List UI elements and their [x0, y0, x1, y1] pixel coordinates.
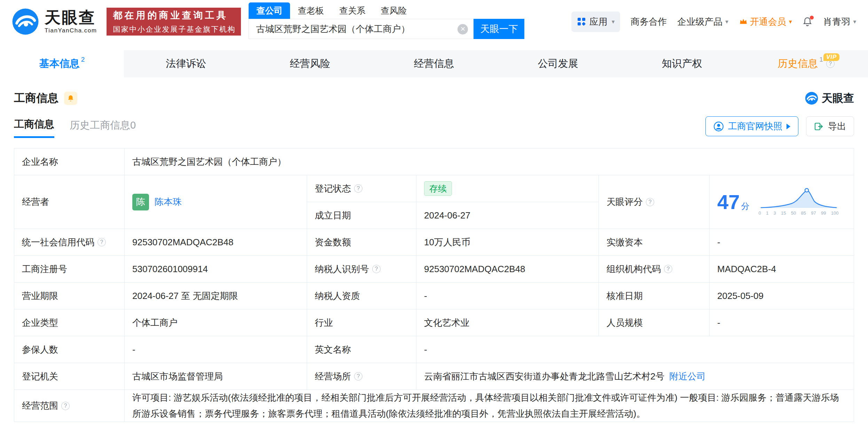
- label-capital: 资金数额: [307, 229, 416, 256]
- label-business-place: 经营场所 ?: [307, 363, 416, 390]
- tab-legal-proceedings[interactable]: 法律诉讼: [124, 50, 248, 77]
- crown-icon: [739, 17, 748, 26]
- value-capital: 10万人民币: [416, 229, 599, 256]
- logo-text: 天眼查 TianYanCha.com: [45, 9, 97, 34]
- subtab-business-info[interactable]: 工商信息: [14, 117, 54, 138]
- label-company-type: 企业类型: [14, 309, 125, 336]
- table-row: 参保人数 - 英文名称 -: [14, 336, 854, 363]
- chevron-down-icon: ▾: [725, 18, 728, 25]
- export-button[interactable]: 导出: [806, 116, 854, 136]
- tab-history-info[interactable]: VIP 历史信息 1 ?: [744, 50, 868, 77]
- label-staff-size: 人员规模: [599, 309, 710, 336]
- value-staff-size: -: [710, 309, 854, 336]
- label-taxpayer-quality: 纳税人资质: [307, 283, 416, 309]
- tab-basic-info[interactable]: 基本信息 2: [0, 50, 124, 77]
- vip-upgrade-link[interactable]: 开通会员 ▾: [739, 16, 792, 28]
- help-icon[interactable]: ?: [61, 402, 70, 410]
- vip-upgrade-label: 开通会员: [750, 16, 786, 28]
- tianyan-score: 47分: [717, 190, 750, 214]
- export-label: 导出: [828, 120, 846, 132]
- apps-menu[interactable]: 应用 ▾: [571, 11, 620, 32]
- value-org-code: MADQAC2B-4: [710, 256, 854, 283]
- search-input[interactable]: [249, 19, 474, 39]
- logo-text-cn: 天眼查: [45, 9, 97, 26]
- table-row: 工商注册号 530702601009914 纳税人识别号 ? 92530702M…: [14, 256, 854, 283]
- tab-intellectual-property[interactable]: 知识产权: [620, 50, 744, 77]
- table-row: 经营范围 ? 许可项目: 游艺娱乐活动(依法须经批准的项目，经相关部门批准后方可…: [14, 390, 854, 422]
- label-company-name: 企业名称: [14, 148, 125, 175]
- search-input-wrap: ×: [249, 19, 474, 39]
- notification-dot: [810, 16, 814, 20]
- help-icon[interactable]: ?: [354, 184, 362, 193]
- value-company-name: 古城区荒野之国艺术园（个体工商户）: [125, 148, 854, 175]
- value-operator: 陈 陈本珠: [125, 175, 307, 229]
- label-tianyan-score: 天眼评分 ?: [599, 175, 710, 229]
- play-arrow-icon: [787, 124, 790, 129]
- search-tab-boss[interactable]: 查老板: [290, 2, 331, 19]
- apps-grid-icon: [577, 17, 586, 26]
- label-establish-date: 成立日期: [307, 202, 416, 229]
- value-business-term: 2024-06-27 至 无固定期限: [125, 283, 307, 309]
- label-registration-authority: 登记机关: [14, 363, 125, 390]
- help-icon[interactable]: ?: [354, 372, 362, 380]
- tianyancha-logo-icon: [12, 8, 39, 35]
- help-icon[interactable]: ?: [372, 265, 381, 273]
- tianyancha-logo[interactable]: 天眼查 TianYanCha.com: [12, 8, 97, 35]
- enterprise-products-menu[interactable]: 企业级产品 ▾: [677, 16, 728, 28]
- operator-avatar: 陈: [132, 194, 149, 210]
- label-operator: 经营者: [14, 175, 125, 229]
- value-registration-authority: 古城区市场监督管理局: [125, 363, 307, 390]
- tab-company-development[interactable]: 公司发展: [496, 50, 620, 77]
- tab-operating-risk[interactable]: 经营风险: [248, 50, 372, 77]
- label-credit-code: 统一社会信用代码 ?: [14, 229, 125, 256]
- value-taxpayer-quality: -: [416, 283, 599, 309]
- label-business-term: 营业期限: [14, 283, 125, 309]
- label-registration-status: 登记状态 ?: [307, 175, 416, 202]
- username: 肖青羽: [823, 16, 850, 28]
- notification-bell-icon[interactable]: [802, 16, 813, 27]
- tab-history-info-count: 1: [819, 56, 823, 63]
- nearby-companies-link[interactable]: 附近公司: [669, 370, 705, 383]
- tab-operating-info[interactable]: 经营信息: [372, 50, 496, 77]
- tab-history-info-label: 历史信息: [777, 57, 818, 71]
- chevron-down-icon: ▾: [789, 18, 792, 25]
- official-snapshot-button[interactable]: 工商官网快照: [705, 116, 798, 136]
- table-row: 企业类型 个体工商户 行业 文化艺术业 人员规模 -: [14, 309, 854, 336]
- table-row: 营业期限 2024-06-27 至 无固定期限 纳税人资质 - 核准日期 202…: [14, 283, 854, 309]
- value-registration-number: 530702601009914: [125, 256, 307, 283]
- value-paid-capital: -: [710, 229, 854, 256]
- business-info-section-header: 工商信息 天眼查: [14, 91, 854, 106]
- search-button[interactable]: 天眼一下: [474, 19, 524, 39]
- value-tianyan-score: 47分 0131550859799100: [710, 175, 854, 229]
- help-icon[interactable]: ?: [646, 198, 654, 206]
- search-tab-risk[interactable]: 查风险: [373, 2, 414, 19]
- help-icon[interactable]: ?: [664, 265, 672, 273]
- label-insured-count: 参保人数: [14, 336, 125, 363]
- export-icon: [814, 122, 824, 131]
- label-industry: 行业: [307, 309, 416, 336]
- subtab-actions: 工商官网快照 导出: [705, 116, 854, 139]
- operator-name-link[interactable]: 陈本珠: [155, 196, 182, 208]
- value-industry: 文化艺术业: [416, 309, 599, 336]
- search-tab-relation[interactable]: 查关系: [331, 2, 373, 19]
- subscribe-bell-icon[interactable]: [64, 92, 77, 105]
- promo-banner: 都在用的商业查询工具 国家中小企业发展子基金旗下机构: [107, 8, 241, 36]
- help-icon[interactable]: ?: [97, 238, 106, 246]
- search-tabs: 查公司 查老板 查关系 查风险: [249, 4, 524, 19]
- value-credit-code: 92530702MADQAC2B48: [125, 229, 307, 256]
- promo-line2: 国家中小企业发展子基金旗下机构: [113, 24, 235, 34]
- search-area: 查公司 查老板 查关系 查风险 × 天眼一下: [249, 4, 524, 39]
- business-info-subtabs: 工商信息 历史工商信息0 工商官网快照 导出: [14, 116, 854, 139]
- promo-line1: 都在用的商业查询工具: [113, 9, 235, 22]
- value-insured-count: -: [125, 336, 307, 363]
- user-menu[interactable]: 肖青羽 ▾: [823, 16, 856, 28]
- vip-badge: VIP: [823, 53, 839, 61]
- value-business-place: 云南省丽江市古城区西安街道办事处青龙北路雪山艺术村2号 附近公司: [416, 363, 854, 390]
- subtab-history-business-info[interactable]: 历史工商信息0: [70, 118, 136, 137]
- business-cooperation-link[interactable]: 商务合作: [631, 16, 667, 28]
- top-header: 天眼查 TianYanCha.com 都在用的商业查询工具 国家中小企业发展子基…: [0, 0, 868, 43]
- person-icon: [713, 121, 724, 132]
- logo-text-en: TianYanCha.com: [45, 27, 97, 34]
- search-tab-company[interactable]: 查公司: [249, 2, 290, 19]
- table-row: 企业名称 古城区荒野之国艺术园（个体工商户）: [14, 148, 854, 175]
